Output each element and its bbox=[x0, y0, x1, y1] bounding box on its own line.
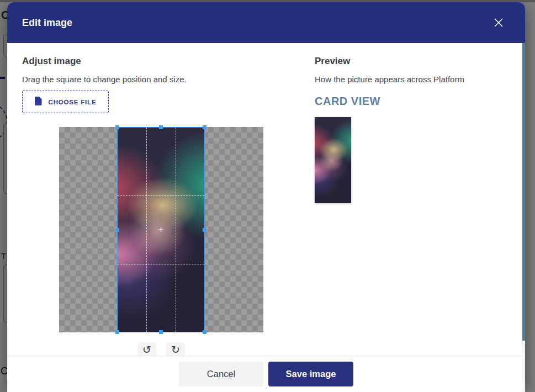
crop-handle-bottom-left[interactable] bbox=[115, 330, 119, 334]
crop-shade-right bbox=[205, 127, 263, 332]
crop-shade-left bbox=[59, 127, 117, 332]
modal-scrollbar-thumb[interactable] bbox=[522, 43, 525, 341]
file-icon bbox=[35, 97, 42, 107]
crop-handle-bottom-center[interactable] bbox=[159, 330, 163, 334]
crop-handle-middle-left[interactable] bbox=[115, 228, 119, 232]
adjust-image-heading: Adjust image bbox=[22, 56, 81, 67]
rotate-right-button[interactable]: ↻ bbox=[166, 342, 185, 356]
crop-gridline bbox=[146, 128, 147, 332]
modal-title: Edit image bbox=[22, 17, 72, 29]
crop-handle-top-center[interactable] bbox=[159, 125, 163, 129]
crop-handle-bottom-right[interactable] bbox=[203, 330, 206, 334]
modal-scrollbar[interactable] bbox=[522, 43, 525, 392]
preview-description: How the picture appears across Platform bbox=[315, 75, 464, 84]
rotate-right-icon: ↻ bbox=[171, 342, 180, 356]
crop-selection[interactable]: + bbox=[117, 127, 205, 332]
crop-gridline bbox=[118, 264, 204, 264]
crop-handle-middle-right[interactable] bbox=[203, 228, 206, 232]
adjust-image-description: Drag the square to change position and s… bbox=[22, 75, 187, 84]
page-top-edge bbox=[0, 0, 535, 2]
preview-heading: Preview bbox=[315, 56, 350, 67]
close-button[interactable] bbox=[493, 18, 504, 29]
modal-header: Edit image bbox=[7, 2, 525, 43]
crop-gridline bbox=[176, 128, 176, 332]
card-view-preview-image bbox=[315, 117, 351, 203]
cancel-button[interactable]: Cancel bbox=[179, 362, 263, 386]
edit-image-modal: Edit image Adjust image Drag the square … bbox=[7, 2, 525, 392]
crop-canvas[interactable]: + bbox=[59, 127, 263, 332]
close-icon bbox=[494, 18, 504, 29]
crop-gridline bbox=[118, 195, 204, 196]
crop-center-crosshair-icon: + bbox=[158, 225, 164, 234]
crop-handle-top-right[interactable] bbox=[203, 125, 206, 129]
card-view-label: CARD VIEW bbox=[315, 95, 380, 108]
choose-file-label: CHOOSE FILE bbox=[49, 99, 97, 105]
rotate-left-icon: ↺ bbox=[142, 342, 151, 356]
crop-handle-top-left[interactable] bbox=[115, 125, 119, 129]
choose-file-button[interactable]: CHOOSE FILE bbox=[22, 91, 109, 113]
rotate-left-button[interactable]: ↺ bbox=[137, 342, 156, 356]
save-image-button[interactable]: Save image bbox=[268, 362, 353, 386]
modal-footer: Cancel Save image bbox=[7, 356, 525, 392]
